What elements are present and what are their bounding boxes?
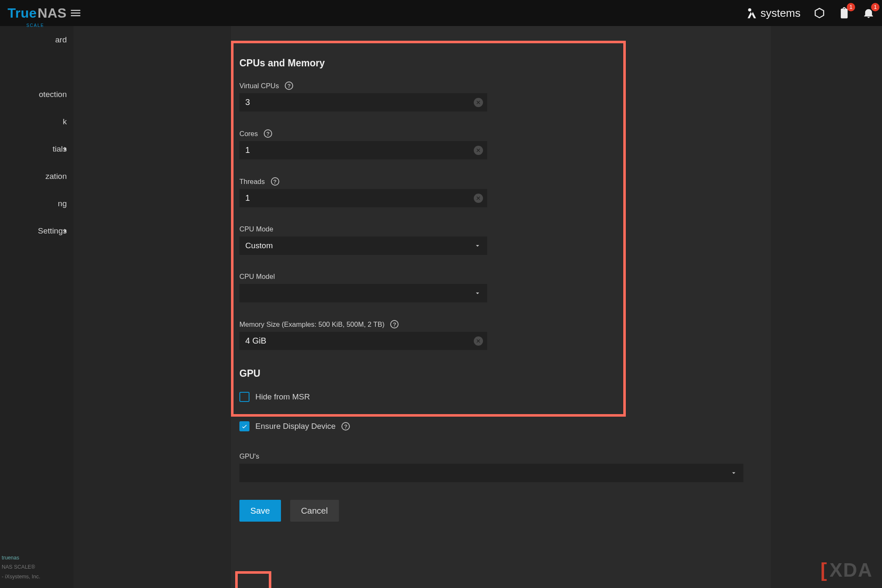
input-threads[interactable] — [239, 189, 487, 207]
field-threads: Threads ? ✕ — [239, 177, 762, 207]
field-cpu-model: CPU Model — [239, 273, 762, 302]
label-gpus: GPU's — [239, 452, 259, 460]
input-memory[interactable] — [239, 332, 487, 350]
label-virtual-cpus: Virtual CPUs — [239, 82, 279, 90]
bracket-icon: [ — [821, 559, 828, 581]
sidebar-item-systemsettings[interactable]: Settings — [0, 217, 74, 244]
help-icon[interactable]: ? — [271, 177, 279, 186]
menu-icon — [69, 7, 82, 19]
save-button[interactable]: Save — [239, 500, 281, 522]
chevron-right-icon — [61, 144, 70, 154]
ix-icon — [746, 7, 758, 19]
footer-line-3: - iXsystems, Inc. — [2, 572, 72, 582]
label-ensure-display: Ensure Display Device — [255, 422, 336, 431]
clear-icon[interactable]: ✕ — [474, 194, 483, 203]
select-cpu-model[interactable] — [239, 284, 487, 302]
jobs-button[interactable]: 1 — [838, 7, 850, 19]
field-gpus: GPU's — [239, 452, 762, 482]
brand-part-nas: NAS — [38, 5, 67, 21]
footer-line-2: NAS SCALE® — [2, 562, 72, 572]
checkbox-hide-msr[interactable] — [239, 392, 249, 402]
help-icon[interactable]: ? — [264, 129, 272, 138]
field-cores: Cores ? ✕ — [239, 129, 762, 160]
chevron-down-icon — [474, 289, 481, 297]
chevron-down-icon — [474, 242, 481, 249]
ixsystems-logo[interactable]: systems — [746, 7, 801, 20]
field-cpu-mode: CPU Mode Custom — [239, 225, 762, 255]
input-cores[interactable] — [239, 141, 487, 160]
field-memory: Memory Size (Examples: 500 KiB, 500M, 2 … — [239, 320, 762, 350]
select-cpu-mode-value: Custom — [245, 241, 273, 250]
label-cpu-mode: CPU Mode — [239, 225, 273, 233]
topbar: TrueNAS SCALE systems 1 1 — [0, 0, 882, 26]
brand-part-true: True — [8, 5, 37, 21]
field-virtual-cpus: Virtual CPUs ? ✕ — [239, 81, 762, 112]
watermark-text: XDA — [830, 559, 873, 581]
topbar-actions: systems 1 1 — [746, 7, 874, 20]
alerts-button[interactable]: 1 — [863, 7, 874, 19]
row-hide-msr: Hide from MSR — [239, 392, 762, 402]
brand-logo: TrueNAS — [8, 5, 67, 21]
select-gpus[interactable] — [239, 464, 743, 482]
check-icon — [241, 423, 248, 430]
sidebar-item-network[interactable]: k — [0, 108, 74, 135]
help-icon[interactable]: ? — [341, 422, 350, 430]
label-threads: Threads — [239, 178, 265, 186]
menu-toggle-button[interactable] — [69, 7, 82, 19]
label-memory: Memory Size (Examples: 500 KiB, 500M, 2 … — [239, 320, 384, 328]
section-title-gpu: GPU — [239, 368, 762, 379]
truecommand-button[interactable] — [813, 7, 826, 19]
help-icon[interactable]: ? — [285, 81, 293, 90]
sidebar-item-reporting[interactable]: ng — [0, 190, 74, 217]
main-area: CPUs and Memory Virtual CPUs ? ✕ Cores ? — [74, 26, 882, 588]
label-cpu-model: CPU Model — [239, 273, 275, 281]
clear-icon[interactable]: ✕ — [474, 146, 483, 155]
ix-label: systems — [761, 7, 801, 20]
sidebar-item-1[interactable] — [0, 53, 74, 81]
xda-watermark: [ XDA — [821, 559, 873, 581]
sidebar: ard otection k tials zation ng Settings … — [0, 26, 74, 588]
cube-icon — [813, 7, 826, 19]
sidebar-item-dashboard[interactable]: ard — [0, 26, 74, 53]
row-ensure-display: Ensure Display Device ? — [239, 421, 762, 431]
footer-line-1: truenas — [2, 553, 72, 563]
sidebar-item-dataprotection[interactable]: otection — [0, 81, 74, 108]
clear-icon[interactable]: ✕ — [474, 98, 483, 107]
sidebar-footer: truenas NAS SCALE® - iXsystems, Inc. — [0, 550, 74, 588]
chevron-right-icon — [61, 226, 70, 236]
input-virtual-cpus[interactable] — [239, 93, 487, 112]
help-icon[interactable]: ? — [390, 320, 399, 328]
svg-point-0 — [748, 8, 751, 12]
cancel-button[interactable]: Cancel — [290, 500, 339, 522]
checkbox-ensure-display[interactable] — [239, 421, 249, 431]
section-title-cpus: CPUs and Memory — [239, 58, 762, 69]
chevron-down-icon — [730, 469, 738, 477]
alerts-badge: 1 — [871, 3, 879, 11]
sidebar-item-credentials[interactable]: tials — [0, 135, 74, 163]
edit-panel: CPUs and Memory Virtual CPUs ? ✕ Cores ? — [231, 26, 771, 588]
label-cores: Cores — [239, 130, 258, 138]
jobs-badge: 1 — [847, 3, 855, 11]
sidebar-item-virtualization[interactable]: zation — [0, 163, 74, 190]
label-hide-msr: Hide from MSR — [255, 392, 310, 402]
clear-icon[interactable]: ✕ — [474, 336, 483, 346]
form-actions: Save Cancel — [239, 500, 762, 522]
select-cpu-mode[interactable]: Custom — [239, 236, 487, 255]
